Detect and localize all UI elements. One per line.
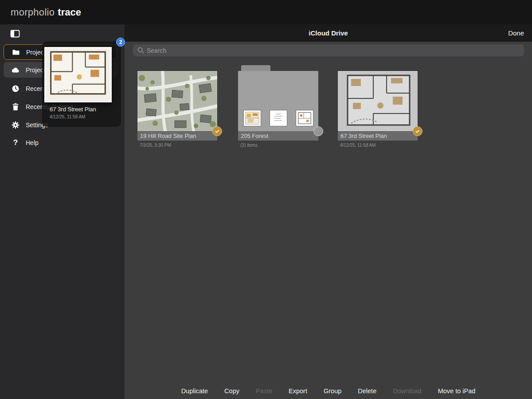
search-input[interactable] xyxy=(133,44,524,56)
drag-preview-card[interactable] xyxy=(44,47,112,102)
file-item-19-hill-road-site-plan[interactable]: 19 Hill Road Site Plan 7/3/25, 3:30 PM xyxy=(137,71,217,148)
drag-preview-date: 4/12/25, 11:58 AM xyxy=(50,114,85,119)
folder-thumbnail xyxy=(238,71,318,131)
drag-preview-title: 67 3rd Street Plan xyxy=(50,106,96,113)
folder-contents-preview xyxy=(238,110,318,126)
done-button[interactable]: Done xyxy=(508,24,524,42)
siteplan-thumbnail xyxy=(137,71,217,131)
brand-morpholio: morpholio xyxy=(11,7,55,18)
copy-button[interactable]: Copy xyxy=(224,387,239,395)
selected-checkmark-badge xyxy=(413,126,422,136)
sidebar-item-label: Help xyxy=(26,139,39,146)
paste-button: Paste xyxy=(256,387,272,395)
file-item-67-3rd-street-plan[interactable]: 67 3rd Street Plan 4/12/25, 11:58 AM xyxy=(338,71,418,148)
drag-preview-panel: 67 3rd Street Plan 4/12/25, 11:58 AM xyxy=(42,41,121,127)
sidebar-item-help[interactable]: ? Help xyxy=(4,135,117,150)
panel-title: iCloud Drive xyxy=(125,24,532,42)
unselected-circle-badge xyxy=(313,126,323,136)
mini-thumbnail xyxy=(243,110,261,126)
icloud-drive-panel: iCloud Drive Done xyxy=(125,24,532,399)
delete-button[interactable]: Delete xyxy=(358,387,376,395)
item-title: 205 Forest xyxy=(238,131,318,141)
bottom-toolbar: Duplicate Copy Paste Export Group Delete… xyxy=(125,387,532,395)
item-date: 4/12/25, 11:58 AM xyxy=(340,143,418,148)
brand-trace: trace xyxy=(58,7,81,18)
trash-icon xyxy=(11,102,20,111)
folder-body xyxy=(238,71,318,131)
panel-header: iCloud Drive Done xyxy=(125,24,532,42)
item-date: 7/3/25, 3:30 PM xyxy=(140,143,217,148)
duplicate-button[interactable]: Duplicate xyxy=(181,387,208,395)
selected-checkmark-badge xyxy=(212,126,222,136)
folder-item-205-forest[interactable]: 205 Forest (3) items xyxy=(238,71,318,148)
search-bar xyxy=(133,44,524,56)
floorplan-thumbnail xyxy=(338,71,418,131)
drag-count-badge: 2 xyxy=(116,38,125,47)
clock-icon xyxy=(11,84,20,93)
question-icon: ? xyxy=(11,138,20,147)
export-button[interactable]: Export xyxy=(289,387,307,395)
gear-icon xyxy=(11,121,20,129)
folder-tab xyxy=(241,65,270,71)
item-title: 19 Hill Road Site Plan xyxy=(137,131,217,141)
item-count: (3) items xyxy=(240,143,318,148)
mini-thumbnail xyxy=(270,110,287,126)
group-button[interactable]: Group xyxy=(324,387,341,395)
mini-thumbnail xyxy=(296,110,313,126)
app-bar: morpholio trace xyxy=(0,0,532,24)
item-title: 67 3rd Street Plan xyxy=(338,131,418,141)
cloud-icon xyxy=(11,66,20,74)
folder-icon xyxy=(12,48,20,57)
move-to-ipad-button[interactable]: Move to iPad xyxy=(438,387,476,395)
sidebar-toggle-icon[interactable] xyxy=(10,28,20,39)
app-screen: morpholio trace Projects On My iPad Proj… xyxy=(0,0,532,399)
download-button: Download xyxy=(393,387,422,395)
